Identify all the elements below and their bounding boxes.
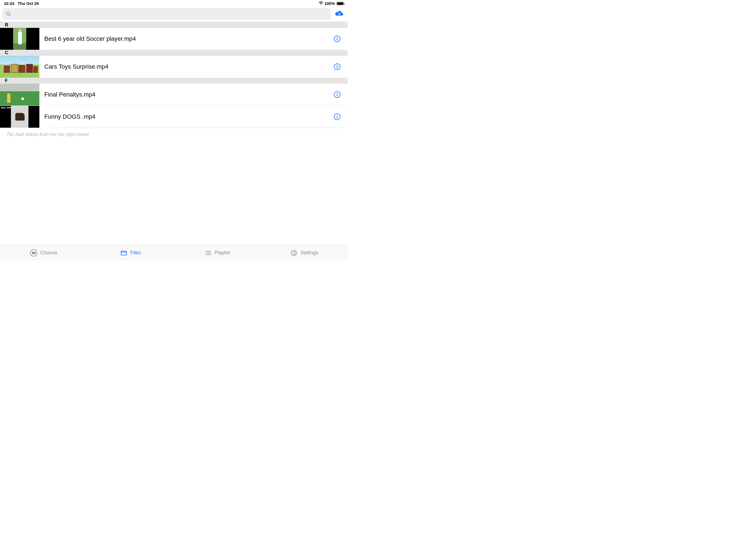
tip-text: Tip: Add videos from the top right corne… [0, 128, 347, 141]
section-letter: F [5, 78, 8, 83]
info-button[interactable] [331, 113, 344, 120]
video-title: Cars Toys Surprise.mp4 [40, 63, 331, 70]
section-header-c: C [0, 50, 347, 56]
camera-icon [30, 249, 37, 257]
video-thumbnail [0, 56, 40, 78]
tab-label: Settings [301, 250, 318, 256]
svg-rect-4 [337, 38, 338, 41]
section-letter: C [5, 50, 8, 55]
wifi-icon [318, 1, 324, 6]
svg-line-1 [9, 15, 10, 16]
list-icon [204, 249, 212, 257]
info-icon [334, 35, 341, 42]
svg-point-12 [337, 115, 338, 116]
video-title: Funny DOGS .mp4 [40, 113, 331, 120]
svg-rect-15 [32, 252, 34, 254]
tab-label: Playlist [215, 250, 230, 256]
list-item[interactable]: Cars Toys Surprise.mp4 [0, 56, 347, 78]
video-title: Best 6 year old Soccer player.mp4 [40, 35, 331, 42]
svg-point-6 [337, 65, 338, 66]
svg-point-3 [337, 37, 338, 38]
tab-choose[interactable]: Choose [0, 245, 87, 261]
search-icon [6, 11, 11, 17]
thumbnail-watermark: MAI PM [1, 106, 11, 109]
info-icon [334, 63, 341, 70]
status-time: 10:24 [4, 1, 14, 6]
tab-bar: Choose Files Playlist Settings [0, 245, 347, 261]
cloud-download-icon [335, 10, 344, 18]
search-row [0, 7, 347, 22]
tab-label: Choose [40, 250, 57, 256]
info-button[interactable] [331, 91, 344, 98]
info-icon [334, 113, 341, 120]
list-item[interactable]: Best 6 year old Soccer player.mp4 [0, 28, 347, 50]
status-bar: 10:24 Thu Oct 29 100% [0, 0, 347, 7]
svg-rect-10 [337, 94, 338, 96]
tab-playlist[interactable]: Playlist [174, 245, 261, 261]
folder-icon [120, 249, 128, 257]
info-button[interactable] [331, 63, 344, 70]
info-icon [334, 91, 341, 98]
cloud-download-button[interactable] [333, 8, 345, 20]
video-thumbnail [0, 84, 40, 105]
list-item[interactable]: MAI PM Funny DOGS .mp4 [0, 106, 347, 128]
file-list: B Best 6 year old Soccer player.mp4 C Ca… [0, 22, 347, 245]
svg-rect-13 [337, 116, 338, 119]
svg-point-17 [205, 251, 206, 252]
tab-label: Files [130, 250, 141, 256]
svg-point-18 [205, 252, 206, 253]
status-date: Thu Oct 29 [18, 1, 39, 6]
tab-settings[interactable]: Settings [261, 245, 347, 261]
svg-rect-16 [121, 252, 127, 255]
video-title: Final Penaltys.mp4 [40, 91, 331, 98]
tab-files[interactable]: Files [87, 245, 174, 261]
battery-percent: 100% [325, 1, 335, 6]
video-thumbnail: MAI PM [0, 106, 40, 128]
gear-icon [290, 249, 298, 257]
search-input[interactable] [2, 8, 331, 20]
svg-point-9 [337, 93, 338, 94]
svg-rect-7 [337, 66, 338, 68]
battery-icon [337, 2, 344, 5]
list-item[interactable]: Final Penaltys.mp4 [0, 84, 347, 105]
section-letter: B [5, 22, 8, 28]
section-header-f: F [0, 78, 347, 84]
video-thumbnail [0, 28, 40, 50]
svg-point-19 [205, 254, 206, 255]
info-button[interactable] [331, 35, 344, 42]
section-header-b: B [0, 22, 347, 28]
